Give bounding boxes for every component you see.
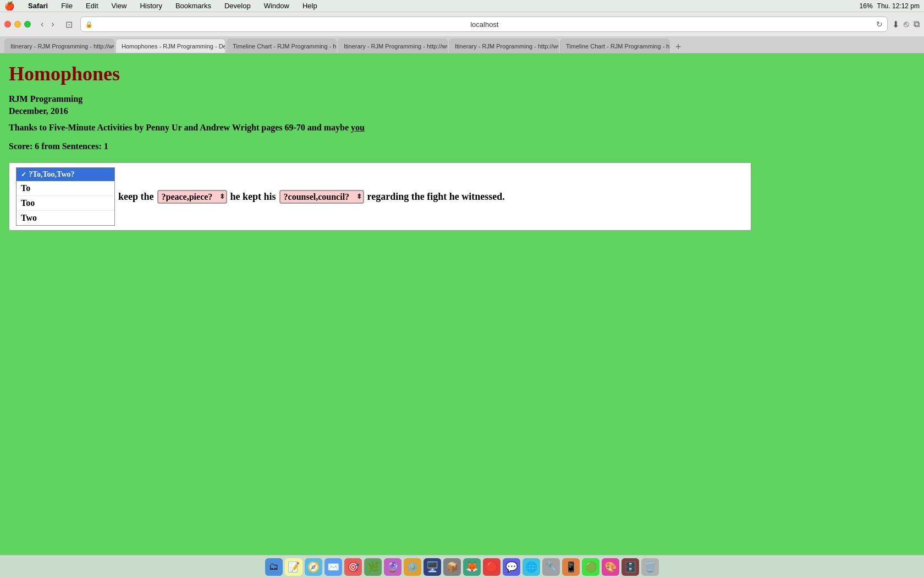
tab-label-4: Itinerary - RJM Programming - http://www… <box>455 43 559 50</box>
dock-app10[interactable]: 🌐 <box>522 558 540 576</box>
clock: Thu. 12:12 pm <box>877 2 920 10</box>
menu-window[interactable]: Window <box>262 2 292 10</box>
dock-app8[interactable]: 🔴 <box>483 558 501 576</box>
menu-bookmarks[interactable]: Bookmarks <box>173 2 213 10</box>
tab-label-3: Itinerary - RJM Programming - http://www… <box>344 43 448 50</box>
dock-app15[interactable]: 🗄️ <box>622 558 639 576</box>
dropdown-1-option-too[interactable]: Too <box>16 196 114 211</box>
dropdown-3-wrapper: ?counsel,council? counsel council ⬍ <box>279 190 364 204</box>
tab-label-0: Itinerary - RJM Programming - http://www… <box>10 43 114 50</box>
tab-label-5: Timeline Chart - RJM Programming - http:… <box>566 43 670 50</box>
dock-app7[interactable]: 🦊 <box>463 558 481 576</box>
dropdown-2-wrapper: ?peace,piece? peace piece ⬍ <box>157 190 227 204</box>
sentence-text-3: regarding the fight he witnessed. <box>367 191 505 203</box>
dropdown-1-current-label: ?To,Too,Two? <box>29 170 75 179</box>
page-title: Homophones <box>9 62 915 85</box>
share-button[interactable]: ⎋ <box>904 19 909 29</box>
forward-button[interactable]: › <box>48 18 57 30</box>
menu-file[interactable]: File <box>59 2 75 10</box>
dock-app5[interactable]: 🖥️ <box>424 558 441 576</box>
tab-label-1: Homophones - RJM Programming - Decem... <box>122 43 226 50</box>
dropdown-1-option-two[interactable]: Two <box>16 211 114 225</box>
lock-icon: 🔒 <box>85 21 93 28</box>
tab-overview-button[interactable]: ⧉ <box>914 19 920 29</box>
reload-button[interactable]: ↻ <box>876 20 883 29</box>
tab-3[interactable]: Itinerary - RJM Programming - http://www… <box>338 39 448 53</box>
dock-trash[interactable]: 🗑️ <box>641 558 659 576</box>
address-bar-container: 🔒 ↻ <box>80 17 888 32</box>
menu-edit[interactable]: Edit <box>84 2 100 10</box>
dropdown-2-select[interactable]: ?peace,piece? peace piece <box>157 190 227 204</box>
menu-develop[interactable]: Develop <box>222 2 253 10</box>
dropdown-3-select[interactable]: ?counsel,council? counsel council <box>279 190 364 204</box>
dock: 🗂 📝 🧭 ✉️ 🎯 🌿 🔮 ⚙️ 🖥️ 📦 🦊 🔴 💬 🌐 🔧 📱 🟢 🎨 🗄… <box>0 555 924 578</box>
address-bar[interactable] <box>96 20 873 29</box>
menubar-right: 16% Thu. 12:12 pm <box>860 2 920 10</box>
dock-app9[interactable]: 💬 <box>503 558 520 576</box>
sentence-text-1: keep the <box>118 191 154 203</box>
page-score: Score: 6 from Sentences: 1 <box>9 141 915 151</box>
dock-app6[interactable]: 📦 <box>443 558 461 576</box>
dock-app2[interactable]: 🌿 <box>364 558 382 576</box>
dock-safari[interactable]: 🧭 <box>305 558 322 576</box>
dock-app13[interactable]: 🟢 <box>582 558 600 576</box>
browser-chrome: ‹ › ⊡ 🔒 ↻ ⬇ ⎋ ⧉ Itinerary - RJM Programm… <box>0 12 924 53</box>
tabs-bar: Itinerary - RJM Programming - http://www… <box>0 36 924 53</box>
menubar: 🍎 Safari File Edit View History Bookmark… <box>0 0 924 12</box>
page-date: December, 2016 <box>9 106 915 116</box>
tab-4[interactable]: Itinerary - RJM Programming - http://www… <box>449 39 559 53</box>
tab-1[interactable]: Homophones - RJM Programming - Decem... <box>116 39 226 53</box>
dock-app3[interactable]: 🔮 <box>384 558 402 576</box>
menu-history[interactable]: History <box>138 2 164 10</box>
menu-help[interactable]: Help <box>300 2 320 10</box>
download-button[interactable]: ⬇ <box>892 19 899 30</box>
dock-app1[interactable]: 🎯 <box>344 558 362 576</box>
sentence-text-2: he kept his <box>230 191 276 203</box>
dock-app14[interactable]: 🎨 <box>602 558 619 576</box>
check-icon: ✓ <box>21 171 26 179</box>
dock-app4[interactable]: ⚙️ <box>404 558 421 576</box>
tab-0[interactable]: Itinerary - RJM Programming - http://www… <box>4 39 114 53</box>
traffic-lights <box>4 21 31 28</box>
dropdown-1-header[interactable]: ✓ ?To,Too,Two? <box>16 167 115 181</box>
browser-actions: ⬇ ⎋ ⧉ <box>892 19 920 30</box>
browser-toolbar: ‹ › ⊡ 🔒 ↻ ⬇ ⎋ ⧉ <box>0 12 924 36</box>
menu-view[interactable]: View <box>109 2 129 10</box>
dropdown-1-option-to[interactable]: To <box>16 181 114 196</box>
dock-mail[interactable]: ✉️ <box>324 558 342 576</box>
back-button[interactable]: ‹ <box>37 18 47 30</box>
menu-safari[interactable]: Safari <box>26 2 50 10</box>
dropdown-1-list: To Too Two <box>16 181 115 226</box>
dock-app12[interactable]: 📱 <box>562 558 580 576</box>
dock-finder[interactable]: 🗂 <box>265 558 283 576</box>
tab-2[interactable]: Timeline Chart - RJM Programming - http:… <box>227 39 337 53</box>
apple-menu[interactable]: 🍎 <box>4 1 15 11</box>
dock-app11[interactable]: 🔧 <box>542 558 560 576</box>
battery-indicator: 16% <box>860 2 873 10</box>
page-content: Homophones RJM Programming December, 201… <box>0 53 924 555</box>
page-author: RJM Programming <box>9 94 915 104</box>
page-thanks: Thanks to Five-Minute Activities by Penn… <box>9 123 915 133</box>
sentence-container: ✓ ?To,Too,Two? To Too Two keep the ?peac… <box>9 162 751 231</box>
nav-buttons: ‹ › <box>37 18 58 30</box>
maximize-button[interactable] <box>24 21 31 28</box>
dock-notes[interactable]: 📝 <box>285 558 302 576</box>
tab-5[interactable]: Timeline Chart - RJM Programming - http:… <box>560 39 670 53</box>
you-link[interactable]: you <box>351 123 365 132</box>
sidebar-button[interactable]: ⊡ <box>62 18 76 31</box>
tab-label-2: Timeline Chart - RJM Programming - http:… <box>233 43 337 50</box>
minimize-button[interactable] <box>14 21 21 28</box>
close-button[interactable] <box>4 21 11 28</box>
new-tab-button[interactable]: + <box>673 41 684 53</box>
dropdown-1-wrapper: ✓ ?To,Too,Two? To Too Two <box>16 167 115 226</box>
